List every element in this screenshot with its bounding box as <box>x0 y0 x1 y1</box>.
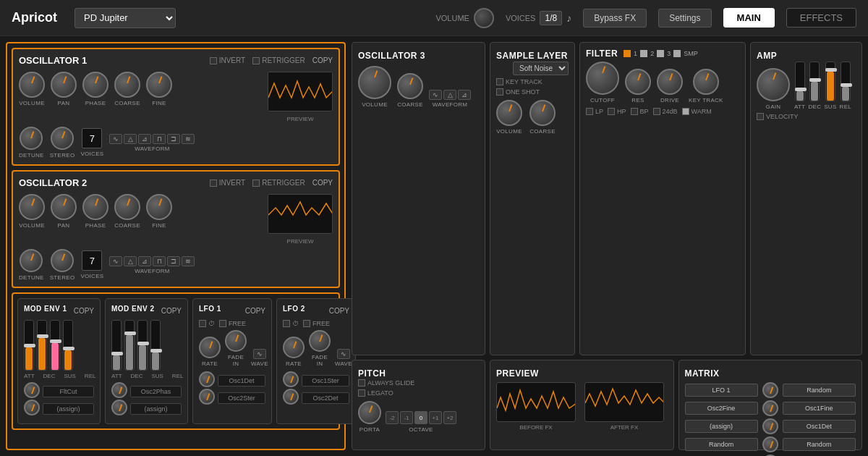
lfo2-rate-knob[interactable] <box>283 337 305 358</box>
mod-env1-assign1-box[interactable]: FltCut <box>43 386 94 397</box>
osc2-wave-tri[interactable]: △ <box>124 256 137 266</box>
matrix-knob-3[interactable] <box>762 418 778 434</box>
amp-gain-knob[interactable] <box>757 68 790 101</box>
osc2-wave-sine[interactable]: ∿ <box>109 256 122 266</box>
osc1-voices-value[interactable]: 7 <box>82 128 102 148</box>
osc1-volume-knob[interactable] <box>19 72 45 98</box>
lfo1-fadein-knob[interactable] <box>225 330 247 352</box>
osc1-wave-saw[interactable]: ⊿ <box>138 134 151 144</box>
filter-24db-checkbox[interactable] <box>653 108 660 115</box>
mod-env2-copy-button[interactable]: COPY <box>161 307 182 315</box>
mod-env1-assign2-box[interactable]: (assign) <box>43 403 94 415</box>
pitch-porta-knob[interactable] <box>358 401 381 424</box>
osc1-phase-knob[interactable] <box>82 72 109 98</box>
matrix-target-random2[interactable]: Random <box>783 438 856 451</box>
lfo1-assign1-box[interactable]: Osc1Det <box>218 375 265 387</box>
mod-env2-assign1-knob[interactable] <box>111 382 127 398</box>
lfo2-free-checkbox[interactable] <box>303 320 310 327</box>
osc1-wave-tri[interactable]: △ <box>124 134 137 144</box>
osc1-retrigger-checkbox[interactable] <box>252 57 260 64</box>
osc2-fine-knob[interactable] <box>146 194 172 220</box>
filter-keytrack-knob[interactable] <box>693 69 719 95</box>
amp-velocity-checkbox[interactable] <box>757 113 764 120</box>
lfo2-clock-checkbox[interactable] <box>283 320 290 327</box>
one-shot-checkbox[interactable] <box>496 88 503 96</box>
osc1-wave-pulse[interactable]: ⊐ <box>167 134 180 144</box>
pitch-always-glide-checkbox[interactable] <box>358 379 365 387</box>
lfo2-assign2-knob[interactable] <box>283 389 299 405</box>
matrix-source-random2[interactable]: Random <box>685 438 758 451</box>
sample-layer-dropdown[interactable]: Soft Noise <box>513 62 569 75</box>
osc2-stereo-knob[interactable] <box>51 249 74 272</box>
mod-env1-copy-button[interactable]: COPY <box>74 307 94 315</box>
osc1-wave-noise[interactable]: ≋ <box>182 134 195 144</box>
osc1-detune-knob[interactable] <box>20 127 43 150</box>
lfo1-rate-knob[interactable] <box>199 337 221 358</box>
osc2-volume-knob[interactable] <box>19 194 45 220</box>
mod-env1-assign2-knob[interactable] <box>24 400 40 415</box>
matrix-source-assign1[interactable]: (assign) <box>685 420 758 433</box>
matrix-source-lfo1[interactable]: LFO 1 <box>685 384 758 397</box>
osc2-wave-square[interactable]: ⊓ <box>153 256 166 266</box>
settings-button[interactable]: Settings <box>658 9 711 28</box>
pitch-oct-minus2[interactable]: -2 <box>386 411 399 424</box>
osc1-invert-checkbox[interactable] <box>210 57 217 64</box>
matrix-knob-2[interactable] <box>762 400 778 416</box>
osc2-wave-pulse[interactable]: ⊐ <box>167 256 180 266</box>
osc1-wave-square[interactable]: ⊓ <box>153 134 166 144</box>
lfo2-assign2-box[interactable]: Osc2Det <box>302 392 349 404</box>
osc3-coarse-knob[interactable] <box>397 73 423 99</box>
sample-coarse-knob[interactable] <box>529 100 556 126</box>
main-button[interactable]: MAIN <box>723 8 775 28</box>
lfo1-assign2-box[interactable]: Osc2Ster <box>218 392 265 404</box>
filter-bp-checkbox[interactable] <box>631 108 638 115</box>
osc1-fine-knob[interactable] <box>146 72 172 98</box>
osc3-wave-sine[interactable]: ∿ <box>429 90 442 100</box>
lfo2-assign1-knob[interactable] <box>283 371 299 387</box>
osc1-wave-sine[interactable]: ∿ <box>109 134 122 144</box>
osc1-pan-knob[interactable] <box>51 72 77 98</box>
preset-select[interactable]: PD Jupiter <box>75 8 176 28</box>
matrix-target-osc1det[interactable]: Osc1Det <box>783 420 856 433</box>
lfo1-free-checkbox[interactable] <box>219 320 226 327</box>
bypass-fx-button[interactable]: Bypass FX <box>583 9 647 28</box>
lfo2-assign1-box[interactable]: Osc1Ster <box>302 375 349 387</box>
mod-env2-assign1-box[interactable]: Osc2Phas <box>130 386 182 397</box>
filter-cutoff-knob[interactable] <box>586 62 619 95</box>
filter-warm-checkbox[interactable] <box>682 108 689 115</box>
pitch-oct-minus1[interactable]: -1 <box>400 411 413 424</box>
matrix-source-osc2fine[interactable]: Osc2Fine <box>685 402 758 415</box>
matrix-target-osc1fine[interactable]: Osc1Fine <box>783 402 856 415</box>
osc2-pan-knob[interactable] <box>51 194 77 220</box>
mod-env2-assign2-knob[interactable] <box>111 400 127 415</box>
pitch-oct-0[interactable]: 0 <box>414 411 427 424</box>
matrix-target-random1[interactable]: Random <box>783 384 856 397</box>
osc1-coarse-knob[interactable] <box>114 72 140 98</box>
osc2-wave-noise[interactable]: ≋ <box>182 256 195 266</box>
lfo2-fadein-knob[interactable] <box>309 330 331 352</box>
osc2-coarse-knob[interactable] <box>114 194 140 220</box>
matrix-knob-4[interactable] <box>762 436 778 452</box>
lfo1-copy-button[interactable]: COPY <box>245 307 265 315</box>
lfo2-wave-btn[interactable]: ∿ <box>337 349 350 359</box>
osc2-retrigger-checkbox[interactable] <box>252 180 260 187</box>
osc2-phase-knob[interactable] <box>82 194 109 220</box>
pitch-oct-plus2[interactable]: +2 <box>443 411 456 424</box>
osc3-wave-tri[interactable]: △ <box>443 90 456 100</box>
filter-hp-checkbox[interactable] <box>608 108 615 115</box>
osc2-detune-knob[interactable] <box>20 249 43 272</box>
mod-env1-assign1-knob[interactable] <box>24 382 40 398</box>
volume-knob[interactable] <box>474 8 494 28</box>
osc2-voices-value[interactable]: 7 <box>82 250 102 271</box>
filter-drive-knob[interactable] <box>657 69 683 95</box>
osc2-copy-button[interactable]: COPY <box>312 179 333 187</box>
effects-button[interactable]: EFFECTS <box>786 8 856 28</box>
osc1-copy-button[interactable]: COPY <box>312 56 333 64</box>
matrix-knob-1[interactable] <box>762 382 778 398</box>
key-track-checkbox[interactable] <box>496 78 503 85</box>
lfo1-wave-btn[interactable]: ∿ <box>253 349 266 359</box>
pitch-oct-plus1[interactable]: +1 <box>429 411 442 424</box>
sample-volume-knob[interactable] <box>496 100 522 126</box>
osc3-wave-custom[interactable]: ⊿ <box>458 90 471 100</box>
osc2-wave-saw[interactable]: ⊿ <box>138 256 151 266</box>
